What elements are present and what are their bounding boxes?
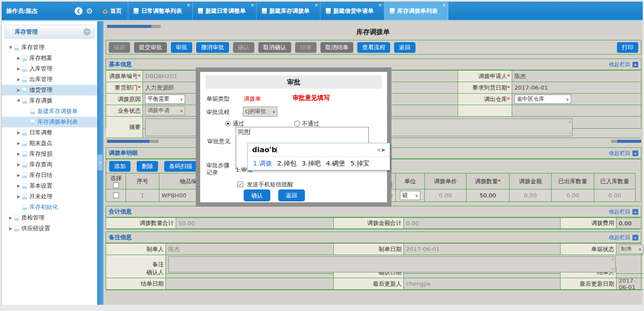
tree-item-transfer[interactable]: ▼库存调拨	[2, 95, 97, 106]
operator-label: 操作员:陈杰	[6, 7, 37, 15]
ime-candidate[interactable]: 1.调拨	[253, 159, 272, 168]
collapse-section-link[interactable]: 收起栏目	[609, 61, 630, 68]
close-tab-icon[interactable]: ×	[186, 3, 190, 8]
chevron-right-icon[interactable]: ▶	[8, 216, 13, 220]
note-textarea[interactable]: ∧∨	[168, 256, 616, 272]
flow-select[interactable]: cj的审批∨	[243, 106, 277, 117]
delete-row-button[interactable]: 删除	[137, 161, 158, 172]
tree-item-daily-close[interactable]: ▶库存日结	[2, 170, 97, 181]
collapse-section-link[interactable]: 收起栏目	[609, 150, 630, 157]
close-tab-icon[interactable]: ×	[250, 3, 254, 8]
tree-item-borrow-mgmt[interactable]: ▶借货管理	[2, 85, 97, 95]
view-flow-button[interactable]: 查看流程	[357, 42, 390, 53]
tree-item-inventory-loss[interactable]: ▶库存报损	[2, 149, 97, 159]
collapse-section-icon[interactable]: ▴	[632, 235, 638, 240]
sms-checkbox-row[interactable]: ✓ 发送手机短信提醒	[237, 181, 293, 189]
chevron-right-icon[interactable]: ▶	[8, 226, 13, 231]
sidebar-panel-header[interactable]: 库存管理 −	[4, 25, 95, 39]
section-title: 备注信息	[109, 233, 132, 241]
close-tab-icon[interactable]: ×	[378, 3, 382, 8]
revoke-approval-button[interactable]: 撤消审批	[196, 42, 229, 53]
chevron-right-icon[interactable]: ▶	[16, 130, 21, 135]
chevron-right-icon[interactable]: ▶	[16, 56, 21, 60]
tree-item-period-count[interactable]: ▶期末盘点	[2, 138, 97, 149]
dialog-back-button[interactable]: 返回	[278, 189, 305, 201]
top-hscrollbar[interactable]	[107, 25, 161, 28]
tree-item-new-transfer[interactable]: 新建库存调拨单	[2, 106, 97, 117]
ime-next-icon[interactable]: ▶	[382, 147, 385, 152]
tab-transfer-list-active[interactable]: 库存调拨单列表×	[384, 2, 448, 20]
chevron-right-icon[interactable]: ▶	[16, 141, 21, 146]
chevron-right-icon[interactable]: ▶	[16, 88, 21, 92]
tree-item-supply-chain[interactable]: ▶供应链设置	[2, 223, 97, 234]
barcode-scan-button[interactable]: 条码扫描	[164, 161, 197, 172]
row-checkbox[interactable]	[113, 193, 119, 198]
tab-new-transfer[interactable]: 新建库存调拨单×	[257, 2, 320, 20]
checked-checkbox-icon[interactable]: ✓	[237, 181, 243, 187]
tree-item-quality-mgmt[interactable]: ▶质检管理	[2, 213, 97, 223]
chevron-right-icon[interactable]: ▶	[16, 77, 21, 82]
chevron-right-icon[interactable]: ▶	[16, 152, 21, 156]
tab-home[interactable]: ⌂首页	[97, 2, 128, 20]
gear-icon[interactable]: ⚙	[86, 7, 93, 16]
ime-candidate[interactable]: 3.掉吧	[302, 159, 321, 168]
tree-item-inventory-mgmt[interactable]: ▼库存管理	[2, 42, 97, 53]
collapse-section-icon[interactable]: ▴	[632, 150, 638, 156]
tree-item-inventory-init[interactable]: 库存初始化	[2, 202, 97, 213]
splitter-bar[interactable]: ◂	[97, 21, 103, 305]
collapse-panel-icon[interactable]: −	[83, 28, 91, 35]
row-transfer-qty-cell: 50.00	[466, 189, 510, 201]
select-all-checkbox[interactable]	[113, 182, 119, 188]
ime-candidate[interactable]: 4.碉堡	[326, 159, 345, 168]
approve-button[interactable]: 审批	[171, 42, 192, 53]
chevron-right-icon[interactable]: ▶	[16, 67, 21, 71]
chevron-down-icon[interactable]: ▼	[8, 45, 13, 50]
close-tab-icon[interactable]: ×	[314, 3, 318, 8]
radio-on-icon[interactable]	[225, 121, 231, 126]
ime-prev-icon[interactable]: ◀	[377, 147, 380, 152]
tree-item-basic-settings[interactable]: ▶基本设置	[2, 181, 97, 191]
confirm-button[interactable]: 确认	[233, 42, 254, 53]
tree-item-outbound[interactable]: ▶出库管理	[2, 74, 97, 85]
splitter-toggle-icon[interactable]: ◂	[98, 154, 103, 170]
dialog-confirm-button[interactable]: 确认	[244, 189, 270, 201]
collapse-section-link[interactable]: 收起栏目	[609, 208, 630, 216]
radio-off-icon[interactable]	[294, 121, 300, 126]
tab-new-borrow-request[interactable]: 新建借货申请单×	[320, 2, 384, 20]
tree-item-inventory-archive[interactable]: ▶库存档案	[2, 53, 97, 63]
back-button[interactable]: 返回	[394, 42, 415, 53]
chevron-right-icon[interactable]: ▶	[16, 194, 21, 199]
cancel-close-button[interactable]: 取消结单	[320, 42, 353, 53]
close-tab-icon[interactable]: ×	[442, 3, 446, 8]
ime-candidate[interactable]: 5.掉宝	[350, 159, 369, 168]
basic-hscrollbar-left[interactable]	[107, 140, 158, 143]
tab-new-daily-adjust[interactable]: 新建日常调整单×	[193, 2, 257, 20]
collapse-sidebar-icon[interactable]: ❮	[75, 7, 83, 15]
tree-item-daily-adjust[interactable]: ▶日常调整	[2, 127, 97, 138]
unit-select[interactable]: 箱∨	[400, 191, 420, 200]
biz-status-select[interactable]: 调拨申请∨	[145, 106, 185, 115]
chevron-right-icon[interactable]: ▶	[16, 184, 21, 188]
save-button[interactable]: 保存	[109, 42, 130, 53]
reason-select[interactable]: 平衡需要∨	[145, 94, 185, 104]
basic-hscrollbar-right[interactable]	[611, 140, 641, 143]
tree-item-transfer-list[interactable]: 库存调拨单列表	[2, 117, 97, 127]
tree-item-month-end[interactable]: ▶月末处理	[2, 191, 97, 202]
tree-item-inbound[interactable]: ▶入库管理	[2, 63, 97, 74]
close-order-button[interactable]: 结单	[295, 42, 316, 53]
tree-item-inventory-query[interactable]: ▶库存查询	[2, 159, 97, 170]
collapse-section-icon[interactable]: ▴	[632, 62, 638, 67]
chevron-right-icon[interactable]: ▶	[16, 162, 21, 167]
submit-approval-button[interactable]: 提交审批	[134, 42, 167, 53]
print-button[interactable]: 打印	[617, 42, 638, 53]
cancel-confirm-button[interactable]: 取消确认	[258, 42, 291, 53]
warehouse-select[interactable]: 渝中区仓库∨	[514, 94, 571, 104]
collapse-section-link[interactable]: 收起栏目	[609, 234, 630, 241]
ime-candidate[interactable]: 2.掉包	[277, 159, 296, 168]
collapse-section-icon[interactable]: ▴	[632, 209, 638, 215]
tab-daily-adjust-list[interactable]: 日常调整单列表×	[128, 2, 192, 20]
add-row-button[interactable]: 添加	[109, 161, 130, 172]
chevron-down-icon[interactable]: ▼	[16, 98, 21, 103]
chevron-right-icon[interactable]: ▶	[16, 173, 21, 177]
doc-status-select[interactable]: 制单∨	[619, 244, 644, 254]
